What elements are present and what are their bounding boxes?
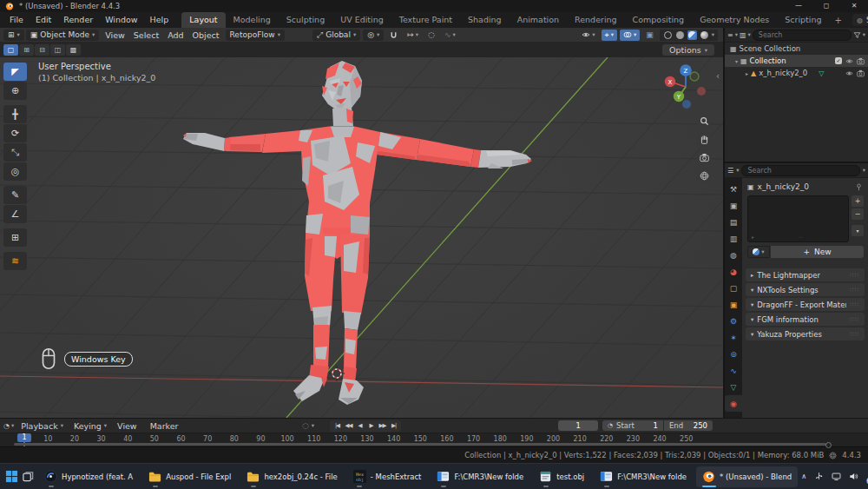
shading-solid-button[interactable] xyxy=(675,30,685,40)
falloff-button[interactable]: ∿▾ xyxy=(441,30,459,41)
taskbar-app-explorer-2[interactable]: F:\CMR3\New folde xyxy=(594,466,693,487)
gizmos-toggle[interactable]: ⌖▾ xyxy=(602,30,617,41)
expand-icon[interactable]: ▾ xyxy=(735,58,738,64)
tab-scene[interactable]: ◍ xyxy=(725,247,742,263)
header-options-icon[interactable]: ▾ xyxy=(863,167,865,174)
transport-button[interactable]: ◀ xyxy=(354,421,365,431)
minimize-button[interactable]: — xyxy=(785,0,812,12)
remove-slot-button[interactable]: − xyxy=(852,208,864,220)
tool-measure[interactable]: ∠ xyxy=(3,205,27,223)
overlays-toggle[interactable]: ▾ xyxy=(620,30,640,41)
speaker-icon[interactable] xyxy=(849,472,858,481)
taskbar-app-hex2obj[interactable]: hex2obj_0.24c - File xyxy=(240,466,343,487)
snap-magnet-toggle[interactable] xyxy=(386,30,401,41)
shading-dropdown[interactable]: ▾ xyxy=(712,31,714,38)
maximize-button[interactable]: ◻ xyxy=(812,0,840,12)
expand-icon[interactable]: ▸ xyxy=(746,70,748,76)
tool-move[interactable]: ╋ xyxy=(3,105,27,123)
taskbar-app-explorer-1[interactable]: F:\CMR3\New folde xyxy=(431,466,529,487)
tool-rotate[interactable]: ⟳ xyxy=(3,124,27,142)
close-button[interactable]: ✕ xyxy=(840,0,868,12)
editor-type-icon[interactable]: ◔ xyxy=(3,422,10,430)
workspace-tab[interactable]: Layout xyxy=(181,12,225,28)
transport-button[interactable]: ▶| xyxy=(388,421,399,431)
display-mode-icon[interactable]: ≡ xyxy=(727,31,733,39)
display-icon[interactable] xyxy=(832,472,841,481)
property-panel-header[interactable]: ▸ The Lightmapper xyxy=(746,268,865,281)
camera-view-icon[interactable] xyxy=(696,149,712,165)
scene-selector[interactable]: ◍ Scene ✕ xyxy=(852,14,868,26)
shading-wireframe-button[interactable] xyxy=(663,30,673,40)
timeline-menu-item[interactable]: Playback▾ xyxy=(16,421,69,431)
tool-options-button[interactable]: Options▾ xyxy=(662,44,714,56)
tab-particles[interactable]: ✶ xyxy=(725,329,742,346)
tab-modifiers[interactable]: ⚙ xyxy=(725,313,742,329)
sidebar-toggle-icon[interactable]: ‹ xyxy=(716,71,720,81)
outliner-row-scene-collection[interactable]: ▦ Scene Collection xyxy=(725,43,868,55)
outliner-search-input[interactable] xyxy=(753,30,852,41)
select-mode-intersect[interactable]: ▩ xyxy=(66,44,81,56)
tab-physics[interactable]: ⊚ xyxy=(725,346,742,362)
workspace-tab[interactable]: Compositing xyxy=(625,12,693,28)
menu-item[interactable]: Edit xyxy=(30,12,57,28)
timeline-ruler[interactable]: 1020304050607080901001101201301401501601… xyxy=(0,433,868,446)
outliner-row-collection[interactable]: ▾ ▦ Collection ✓ xyxy=(725,55,868,67)
render-visibility-icon[interactable] xyxy=(857,57,865,65)
workspace-tab[interactable]: Scripting xyxy=(777,12,829,28)
viewport-canvas[interactable]: User Perspective (1) Collection | x_h_ni… xyxy=(0,57,723,418)
taskbar-app-meshextract[interactable]: - MeshExtract xyxy=(347,466,428,487)
tool-select-box[interactable]: ◤ xyxy=(3,63,27,81)
property-panel-header[interactable]: ▾ FGM information xyxy=(746,313,865,326)
timeline-menu-item[interactable]: Marker xyxy=(145,421,187,431)
property-panel-header[interactable]: ▾ DragonFF - Export Material xyxy=(746,298,865,311)
tray-expand-icon[interactable]: ∧ xyxy=(801,472,806,480)
outliner-row-object[interactable]: ▸ ▲ x_h_nicky2_0 ▽ xyxy=(725,67,868,79)
proportional-editing-toggle[interactable]: ◌ xyxy=(424,30,438,41)
perspective-toggle-icon[interactable] xyxy=(696,168,712,183)
tab-object[interactable]: ▣ xyxy=(725,296,742,313)
mode-selector[interactable]: ▣Object Mode▾ xyxy=(26,30,99,41)
transport-button[interactable]: ◀◀ xyxy=(343,421,354,431)
usb-icon[interactable] xyxy=(814,472,824,481)
auto-keying-toggle[interactable]: ◌▾ xyxy=(302,421,314,430)
tab-world[interactable]: ◕ xyxy=(725,263,742,280)
workspace-tab[interactable]: UV Editing xyxy=(332,12,391,28)
start-button[interactable] xyxy=(5,466,18,487)
add-slot-button[interactable]: + xyxy=(852,195,864,207)
select-mode-extend[interactable]: ⊞ xyxy=(19,44,34,56)
pivot-point-button[interactable]: ◎▾ xyxy=(363,30,384,41)
taskbar-app-testobj[interactable]: test.obj xyxy=(533,466,590,487)
workspace-tab[interactable]: Geometry Nodes xyxy=(692,12,777,28)
taskbar-app-blender[interactable]: * (Unsaved) - Blend xyxy=(696,466,798,487)
tab-constraints[interactable]: ∿ xyxy=(725,362,742,379)
workspace-tab[interactable]: Sculpting xyxy=(279,12,332,28)
editor-type-icon[interactable]: ☰ xyxy=(727,167,733,175)
tool-transform[interactable]: ◎ xyxy=(3,162,27,181)
slot-specials-button[interactable]: ▾ xyxy=(852,225,864,236)
transport-button[interactable]: ▶ xyxy=(365,421,377,431)
new-material-button[interactable]: +New xyxy=(771,246,864,258)
add-workspace-button[interactable]: + xyxy=(830,16,847,25)
workspace-tab[interactable]: Texture Paint xyxy=(391,12,460,28)
browse-material-button[interactable]: ▾ xyxy=(747,246,770,258)
xray-toggle[interactable]: ▣ xyxy=(642,30,657,41)
pin-icon[interactable] xyxy=(855,183,863,191)
material-slot-list[interactable]: ▸⋯ xyxy=(747,195,849,242)
viewport-menu-item[interactable]: Add xyxy=(163,30,187,40)
timeline-menu-item[interactable]: View xyxy=(112,421,145,431)
filter-funnel-icon[interactable] xyxy=(853,31,861,39)
tool-retopoflow[interactable]: ≋ xyxy=(3,252,27,270)
property-panel-header[interactable]: ▾ NXTools Settings xyxy=(746,283,865,296)
zoom-icon[interactable] xyxy=(696,113,712,129)
tab-render[interactable]: ▣ xyxy=(725,197,742,214)
menu-item[interactable]: Window xyxy=(99,12,143,28)
frame-start-field[interactable]: ◔Start1 xyxy=(602,420,663,431)
viewport-menu-item[interactable]: Object xyxy=(188,30,224,40)
workspace-tab[interactable]: Animation xyxy=(510,12,567,28)
task-view-button[interactable] xyxy=(22,466,35,487)
viewport-menu-item[interactable]: View xyxy=(101,30,129,40)
timeline-scrollbar[interactable] xyxy=(14,443,826,446)
workspace-tab[interactable]: Shading xyxy=(460,12,510,28)
hide-eye-icon[interactable] xyxy=(845,69,853,77)
transport-button[interactable]: |◀ xyxy=(332,421,343,431)
